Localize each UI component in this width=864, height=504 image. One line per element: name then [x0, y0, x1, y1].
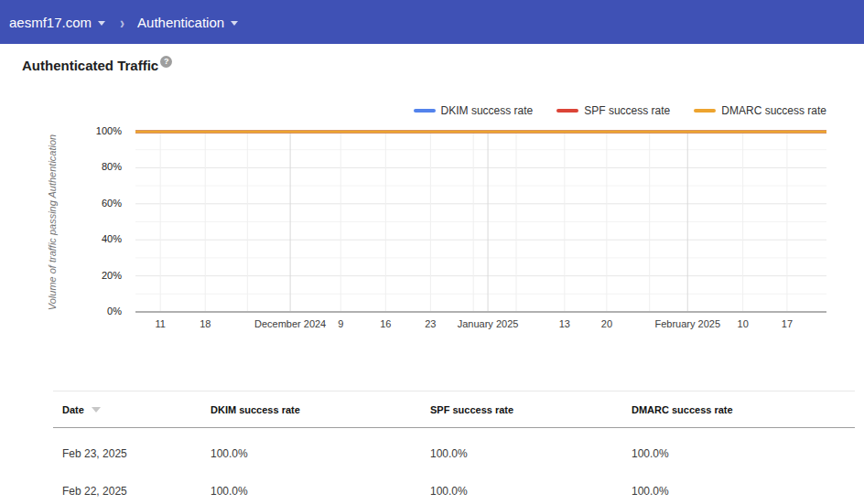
- x-tick-label: 20: [601, 318, 612, 329]
- x-tick-label: 16: [380, 318, 391, 329]
- x-tick-label: 18: [200, 318, 211, 329]
- rate-cell: 100.0%: [632, 447, 855, 460]
- legend-item: DKIM success rate: [414, 104, 534, 117]
- help-icon[interactable]: ?: [160, 56, 172, 68]
- domain-selector-label: aesmf17.com: [9, 15, 92, 30]
- legend-swatch-icon: [556, 109, 578, 113]
- column-header-spf-success-rate: SPF success rate: [430, 404, 632, 415]
- legend-label: DKIM success rate: [441, 104, 534, 117]
- y-tick-label: 40%: [78, 233, 122, 244]
- chart-plot[interactable]: [135, 132, 826, 312]
- breadcrumb-separator-icon: ›: [120, 13, 124, 31]
- x-tick-label: 23: [425, 318, 436, 329]
- chart-legend: DKIM success rateSPF success rateDMARC s…: [414, 104, 826, 117]
- x-tick-label: 10: [738, 318, 749, 329]
- rate-cell: 100.0%: [211, 447, 430, 460]
- y-tick-label: 20%: [78, 270, 122, 281]
- rate-cell: 100.0%: [430, 485, 632, 498]
- x-tick-label-month: February 2025: [654, 318, 720, 329]
- y-axis-title: Volume of traffic passing Authentication: [47, 134, 58, 310]
- legend-label: DMARC success rate: [721, 104, 826, 117]
- table-row: Feb 22, 2025100.0%100.0%100.0%: [53, 472, 855, 504]
- rate-cell: 100.0%: [632, 485, 855, 498]
- date-cell: Feb 22, 2025: [53, 485, 211, 498]
- table-header-row: DateDKIM success rateSPF success rateDMA…: [53, 391, 855, 428]
- page-title-row: Authenticated Traffic ?: [22, 58, 172, 74]
- x-tick-label: 17: [782, 318, 793, 329]
- chevron-down-icon: [231, 21, 238, 26]
- x-tick-label-month: December 2024: [254, 318, 326, 329]
- y-tick-label: 80%: [78, 161, 122, 172]
- y-tick-label: 60%: [78, 198, 122, 209]
- legend-item: DMARC success rate: [694, 104, 826, 117]
- app-header-bar: aesmf17.com › Authentication: [0, 0, 864, 44]
- column-header-dmarc-success-rate: DMARC success rate: [632, 404, 855, 415]
- legend-swatch-icon: [414, 109, 436, 113]
- rate-cell: 100.0%: [211, 485, 430, 498]
- section-selector-label: Authentication: [137, 15, 224, 30]
- legend-swatch-icon: [694, 109, 716, 113]
- table-row: Feb 23, 2025100.0%100.0%100.0%: [53, 434, 855, 472]
- x-tick-label: 13: [559, 318, 570, 329]
- legend-label: SPF success rate: [584, 104, 670, 117]
- section-selector-dropdown[interactable]: Authentication: [137, 15, 238, 30]
- domain-selector-dropdown[interactable]: aesmf17.com: [9, 15, 105, 30]
- x-tick-label-month: January 2025: [458, 318, 519, 329]
- date-cell: Feb 23, 2025: [53, 447, 211, 460]
- legend-item: SPF success rate: [556, 104, 670, 117]
- postmaster-authentication-page: aesmf17.com › Authentication Authenticat…: [0, 0, 864, 504]
- chevron-down-icon: [98, 21, 105, 26]
- x-tick-label: 11: [155, 318, 165, 329]
- sort-desc-icon: [92, 407, 101, 413]
- column-header-date[interactable]: Date: [53, 404, 211, 415]
- table-body: Feb 23, 2025100.0%100.0%100.0%Feb 22, 20…: [53, 434, 855, 504]
- rate-cell: 100.0%: [430, 447, 632, 460]
- y-tick-label: 0%: [78, 306, 122, 316]
- column-header-dkim-success-rate: DKIM success rate: [211, 404, 430, 415]
- page-title: Authenticated Traffic: [22, 58, 158, 74]
- y-tick-label: 100%: [78, 125, 122, 136]
- x-tick-label: 9: [338, 318, 343, 329]
- authentication-results-table: DateDKIM success rateSPF success rateDMA…: [53, 391, 855, 504]
